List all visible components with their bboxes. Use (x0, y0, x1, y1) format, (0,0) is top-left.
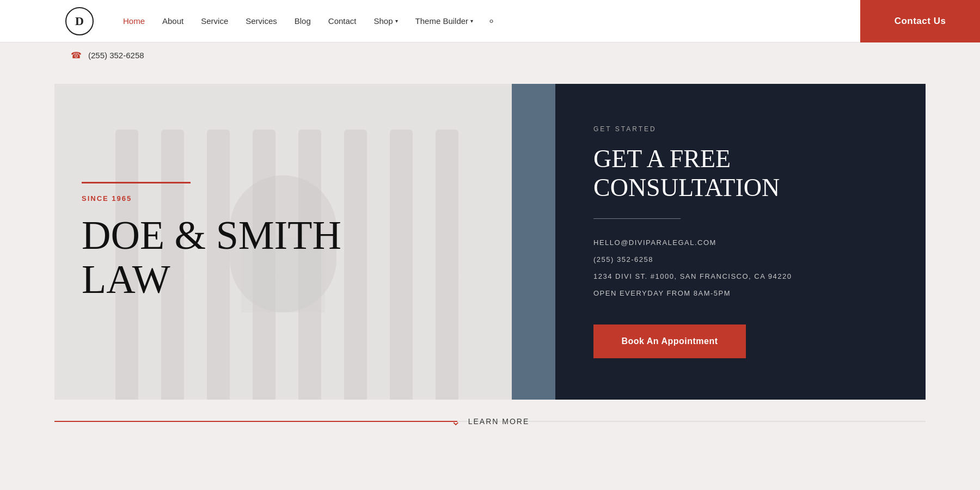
hero-left-content: SINCE 1965 DOE & SMITH LAW (54, 84, 512, 400)
firm-name: DOE & SMITH LAW (82, 213, 485, 302)
logo-circle: D (65, 7, 94, 35)
red-accent-line (82, 182, 191, 183)
contact-email: HELLO@DIVIPARALEGAL.COM (593, 238, 887, 247)
contact-us-button[interactable]: Contact Us (860, 0, 980, 42)
hero-right-panel: GET STARTED GET A FREE CONSULTATION HELL… (512, 84, 926, 400)
learn-more-label[interactable]: LEARN MORE (468, 417, 530, 426)
phone-bar: ☎ (255) 352-6258 (0, 42, 980, 68)
nav-theme-builder[interactable]: Theme Builder ▾ (408, 16, 481, 26)
hero-image: SINCE 1965 DOE & SMITH LAW (54, 84, 512, 400)
theme-builder-chevron-icon: ▾ (470, 18, 473, 24)
site-header: D Home About Service Services Blog Conta… (0, 0, 980, 42)
book-appointment-button[interactable]: Book An Appointment (593, 324, 746, 358)
phone-icon: ☎ (71, 50, 82, 60)
contact-phone: (255) 352-6258 (593, 255, 887, 264)
nav-services[interactable]: Services (238, 16, 285, 26)
learn-more-section: ⌄ LEARN MORE (0, 400, 980, 443)
contact-address: 1234 DIVI ST. #1000, SAN FRANCISCO, CA 9… (593, 272, 887, 280)
contact-info: HELLO@DIVIPARALEGAL.COM (255) 352-6258 1… (593, 238, 887, 297)
nav-blog[interactable]: Blog (287, 16, 318, 26)
since-label: SINCE 1965 (82, 194, 485, 203)
logo[interactable]: D (65, 7, 94, 35)
white-divider (593, 218, 681, 219)
nav-home[interactable]: Home (115, 16, 152, 26)
consultation-title: GET A FREE CONSULTATION (593, 145, 887, 203)
nav-shop[interactable]: Shop ▾ (366, 16, 406, 26)
phone-number: (255) 352-6258 (88, 51, 144, 60)
blue-sidebar (512, 84, 555, 400)
get-started-label: GET STARTED (593, 125, 887, 133)
hero-section: SINCE 1965 DOE & SMITH LAW GET STARTED G… (54, 84, 926, 400)
shop-chevron-icon: ▾ (395, 18, 398, 24)
nav-service[interactable]: Service (193, 16, 236, 26)
main-nav: Home About Service Services Blog Contact… (115, 15, 980, 27)
nav-contact[interactable]: Contact (321, 16, 364, 26)
chevron-down-icon[interactable]: ⌄ (451, 414, 461, 428)
contact-hours: OPEN EVERYDAY FROM 8AM-5PM (593, 289, 887, 297)
search-icon[interactable]: ⚬ (487, 15, 495, 27)
dark-panel: GET STARTED GET A FREE CONSULTATION HELL… (555, 84, 926, 400)
nav-about[interactable]: About (155, 16, 191, 26)
